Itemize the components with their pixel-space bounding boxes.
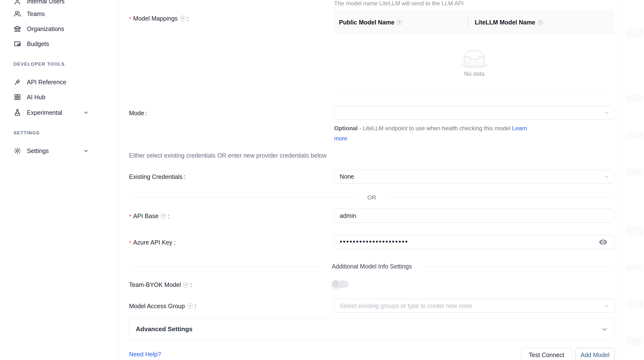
chevron-down-icon (604, 110, 609, 116)
flask-icon (14, 109, 21, 116)
required-marker: * (129, 240, 131, 246)
empty-state: No data (334, 34, 614, 94)
azure-api-key-label: * Azure API Key : (129, 238, 176, 247)
team-byok-label: Team-BYOK Model ? : (129, 280, 192, 289)
sidebar-item-label: Teams (27, 10, 45, 18)
background-artifact (626, 337, 643, 345)
existing-credentials-label: Existing Credentials : (129, 172, 186, 181)
mode-select[interactable] (334, 106, 614, 120)
azure-api-key-input[interactable]: ••••••••••••••••••••• (334, 235, 614, 249)
sidebar-item-label: Experimental (27, 109, 62, 116)
sidebar-item-teams[interactable]: Teams (0, 8, 114, 20)
help-circle-icon[interactable]: ? (161, 213, 166, 219)
empty-box-icon (460, 50, 488, 69)
chevron-down-icon (83, 148, 89, 154)
background-artifact (626, 133, 643, 139)
help-circle-icon[interactable]: ? (187, 303, 193, 309)
background-artifact (626, 226, 643, 235)
existing-credentials-select[interactable]: None (334, 170, 614, 184)
additional-info-divider: Additional Model Info Settings (129, 262, 614, 271)
team-byok-toggle[interactable] (332, 280, 349, 288)
chevron-down-icon (83, 110, 89, 116)
required-marker: * (129, 16, 131, 22)
add-model-page: Internal Users Teams Organizations Budge… (0, 0, 644, 360)
model-access-group-label: Model Access Group ? : (129, 302, 196, 310)
help-circle-icon[interactable]: ? (183, 282, 188, 288)
or-text: OR (368, 194, 376, 201)
background-artifact (626, 301, 643, 308)
help-circle-icon[interactable]: ? (180, 16, 186, 21)
model-mappings-table: Public Model Name ? LiteLLM Model Name ?… (334, 11, 614, 94)
sidebar-item-api-reference[interactable]: API Reference (0, 76, 114, 88)
help-circle-icon[interactable]: ? (396, 20, 402, 25)
sidebar-item-label: Budgets (27, 40, 49, 48)
chevron-down-icon (604, 303, 609, 308)
sidebar-item-experimental[interactable]: Experimental (0, 106, 114, 119)
empty-state-text: No data (464, 70, 484, 77)
table-footer-line (334, 104, 614, 104)
sidebar-item-internal-users[interactable]: Internal Users (0, 0, 114, 7)
or-divider: OR (129, 193, 614, 202)
background-artifact (626, 169, 643, 176)
sidebar-item-label: AI Hub (27, 94, 45, 101)
model-access-group-select[interactable]: Select existing groups or type to create… (334, 299, 614, 313)
sidebar-item-settings[interactable]: Settings (0, 145, 114, 157)
background-artifact (626, 28, 643, 38)
column-header-public-model-name: Public Model Name ? (334, 19, 468, 26)
mode-label: Mode : (129, 108, 147, 118)
need-help-link[interactable]: Need Help? (129, 351, 161, 358)
required-marker: * (129, 213, 131, 220)
gear-icon (14, 147, 21, 155)
sidebar-section-developer-tools: DEVELOPER TOOLS (14, 61, 65, 67)
toggle-knob (331, 280, 340, 288)
add-model-button[interactable]: Add Model (576, 348, 614, 360)
sidebar-item-label: Settings (27, 148, 49, 154)
chevron-down-icon (602, 326, 608, 332)
sidebar-item-label: Organizations (27, 26, 64, 32)
litellm-model-hint: The model name LiteLLM will send to the … (334, 0, 464, 7)
api-plug-icon (14, 78, 21, 86)
sidebar-item-budgets[interactable]: Budgets (0, 38, 114, 50)
grid-icon (14, 93, 21, 101)
masked-password-value: ••••••••••••••••••••• (340, 238, 408, 246)
api-base-input[interactable]: admin (334, 209, 614, 223)
api-base-value: admin (340, 212, 356, 219)
eye-icon[interactable] (599, 239, 608, 245)
additional-info-divider-text: Additional Model Info Settings (332, 263, 412, 270)
advanced-settings-panel[interactable]: Advanced Settings (128, 318, 615, 340)
user-icon (14, 0, 21, 5)
background-artifact (626, 95, 643, 102)
chevron-down-icon (604, 174, 609, 180)
help-circle-icon[interactable]: ? (538, 20, 543, 25)
sidebar-item-organizations[interactable]: Organizations (0, 23, 114, 35)
mode-help-text: Optional - LiteLLM endpoint to use when … (334, 123, 529, 144)
background-artifact (626, 264, 643, 271)
sidebar-section-settings: SETTINGS (14, 130, 40, 136)
existing-credentials-value: None (340, 173, 354, 180)
content-right-border (623, 0, 623, 360)
sidebar-item-label: API Reference (27, 79, 66, 86)
sidebar-item-label: Internal Users (27, 0, 65, 5)
credentials-hint: Either select existing credentials OR en… (129, 152, 326, 159)
model-mappings-label: * Model Mappings ? : (129, 14, 189, 23)
sidebar: Internal Users Teams Organizations Budge… (0, 0, 118, 360)
table-header-row: Public Model Name ? LiteLLM Model Name ? (334, 11, 614, 34)
wallet-icon (14, 40, 21, 48)
model-access-group-placeholder: Select existing groups or type to create… (340, 302, 472, 310)
teams-icon (14, 10, 21, 18)
bank-icon (14, 25, 21, 33)
sidebar-item-ai-hub[interactable]: AI Hub (0, 91, 114, 103)
advanced-settings-title: Advanced Settings (136, 326, 192, 333)
test-connect-button[interactable]: Test Connect (521, 348, 572, 360)
column-header-litellm-model-name: LiteLLM Model Name ? (468, 19, 614, 26)
api-base-label: * API Base ? : (129, 211, 170, 220)
